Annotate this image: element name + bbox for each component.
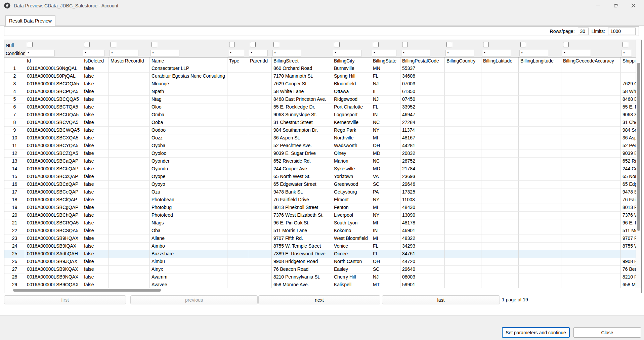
column-header-billinggeocodeaccuracy[interactable]: BillingGeocodeAccuracy: [561, 57, 621, 65]
null-filter-checkbox-billingcountry[interactable]: [446, 42, 452, 47]
table-row[interactable]: 220016A00000LSBCSQA5falseOba511 Morris L…: [4, 227, 636, 235]
table-row[interactable]: 210016A00000LSBCRQA5falseNtags96 E. Pin …: [4, 219, 636, 227]
close-icon[interactable]: [625, 0, 642, 11]
minimize-icon[interactable]: [590, 0, 607, 11]
null-filter-checkbox-id[interactable]: [27, 42, 33, 47]
table-row[interactable]: 50016A00000LSBCQQA5falseNtag8468 East Pr…: [4, 96, 636, 103]
column-header-isdeleted[interactable]: IsDeleted: [82, 57, 109, 65]
condition-filter-input-isdeleted[interactable]: [83, 50, 105, 56]
table-row[interactable]: 70016A00000LSBCUQA5falseOmba9063 Sunnysl…: [4, 111, 636, 119]
table-row[interactable]: 230016A00000LSB9HQAXfalseAilane9707 Fift…: [4, 235, 636, 243]
column-header-masterrecordid[interactable]: MasterRecordId: [109, 57, 150, 65]
column-header-parentid[interactable]: ParentId: [248, 57, 272, 65]
column-header-billinglatitude[interactable]: BillingLatitude: [481, 57, 519, 65]
condition-filter-input-billingcity[interactable]: [333, 50, 362, 56]
condition-filter-input-billingstreet[interactable]: [272, 50, 301, 56]
null-filter-checkbox-billingpostalcode[interactable]: [402, 42, 408, 47]
cell-name: Oba: [150, 227, 227, 235]
table-row[interactable]: 270016A00000LSB9KQAXfalseAinyx76 Beacon …: [4, 266, 636, 273]
column-header-billingpostalcode[interactable]: BillingPostalCode: [400, 57, 445, 65]
condition-filter-input-billingpostalcode[interactable]: [401, 50, 430, 56]
null-filter-checkbox-isdeleted[interactable]: [84, 42, 90, 47]
column-header-billingcountry[interactable]: BillingCountry: [445, 57, 481, 65]
null-filter-checkbox-type[interactable]: [229, 42, 235, 47]
table-row[interactable]: 10016A00000LS0NgQALfalseConsectetuer LLP…: [4, 65, 636, 73]
null-filter-checkbox-billingcity[interactable]: [334, 42, 340, 47]
vertical-scrollbar-thumb[interactable]: [637, 63, 640, 231]
next-page-button[interactable]: next: [258, 295, 380, 304]
table-row[interactable]: 170016A00000LSBCeQAPfalseOzu9478 Bank St…: [4, 188, 636, 196]
column-header-billingstate[interactable]: BillingState: [371, 57, 400, 65]
column-header-billingstreet[interactable]: BillingStreet: [272, 57, 332, 65]
table-row[interactable]: 90016A00000LSBCWQA5falseOodoo984 Southam…: [4, 127, 636, 134]
cell-parentid: [248, 150, 272, 158]
column-header-id[interactable]: Id: [25, 57, 82, 65]
cell-id: 0016A00000LSBCZQA5: [25, 150, 82, 158]
table-row[interactable]: 130016A00000LSBCaQAPfalseOyonder652 Rive…: [4, 158, 636, 165]
cell-rownum: 7: [4, 111, 25, 119]
table-row[interactable]: 160016A00000LSBCdQAPfalseOyoyo65 Edgewat…: [4, 181, 636, 188]
cell-masterrecordid: [109, 219, 150, 227]
rows-per-page-input[interactable]: [578, 28, 589, 35]
condition-filter-input-billinglatitude[interactable]: [482, 50, 511, 56]
condition-filter-input-type[interactable]: [228, 50, 244, 56]
table-row[interactable]: 190016A00000LSBCgQAPfalsePhotobug8013 Pi…: [4, 204, 636, 212]
condition-filter-input-billingstate[interactable]: [372, 50, 396, 56]
column-header-shippingstreet[interactable]: ShippingStreet: [621, 57, 636, 65]
last-page-button[interactable]: last: [382, 295, 500, 304]
first-page-button[interactable]: first: [4, 295, 126, 304]
table-row[interactable]: 150016A00000LSBCcQAPfalseOyope65 North W…: [4, 173, 636, 181]
condition-filter-input-billingcountry[interactable]: [445, 50, 474, 56]
horizontal-scrollbar-thumb[interactable]: [13, 289, 161, 292]
condition-filter-input-id[interactable]: [26, 50, 55, 56]
table-row[interactable]: 250016A00000LSAdhQAHfalseBuzzshare7389 E…: [4, 250, 636, 258]
vertical-scrollbar[interactable]: [636, 40, 641, 288]
null-filter-checkbox-shippingstreet[interactable]: [622, 42, 628, 47]
condition-filter-input-shippingstreet[interactable]: [621, 50, 632, 56]
column-header-billingcity[interactable]: BillingCity: [332, 57, 371, 65]
close-dialog-button[interactable]: Close: [573, 327, 641, 338]
null-filter-checkbox-billingstate[interactable]: [373, 42, 379, 47]
null-filter-checkbox-billinglatitude[interactable]: [483, 42, 489, 47]
null-filter-checkbox-parentid[interactable]: [250, 42, 256, 47]
horizontal-scrollbar[interactable]: [4, 288, 636, 293]
table-row[interactable]: 260016A00000LSB9JQAXfalseAimbu9908 Bridg…: [4, 258, 636, 266]
cell-id: 0016A00000LSBCOQA5: [25, 80, 82, 88]
cell-id: 0016A00000LSBCeQAP: [25, 188, 82, 196]
set-parameters-button[interactable]: Set parameters and continue: [502, 327, 570, 338]
cell-shippingstreet: 31 Chestnut Street: [621, 119, 636, 127]
table-row[interactable]: 80016A00000LSBCVQA5falseOoba31 Chestnut …: [4, 119, 636, 127]
table-row[interactable]: 280016A00000LSB9NQAXfalseAvamm8210 Penns…: [4, 273, 636, 281]
table-row[interactable]: 180016A00000LSBCfQAPfalsePhotobean76 Fai…: [4, 196, 636, 204]
null-filter-checkbox-masterrecordid[interactable]: [111, 42, 116, 47]
condition-filter-input-parentid[interactable]: [249, 50, 268, 56]
table-row[interactable]: 110016A00000LSBCYQA5falseOyoba52 Peachtr…: [4, 142, 636, 150]
tab-result-data-preview[interactable]: Result Data Preview: [5, 15, 55, 26]
null-filter-checkbox-name[interactable]: [152, 42, 157, 47]
table-row[interactable]: 30016A00000LSBCOQA5falseNlounge7629 Coop…: [4, 80, 636, 88]
table-row[interactable]: 40016A00000LSBCPQA5falseNpath58 White La…: [4, 88, 636, 96]
table-row[interactable]: 200016A00000LSBChQAPfalsePhotofeed7376 W…: [4, 212, 636, 219]
condition-filter-input-name[interactable]: [151, 50, 179, 56]
table-row[interactable]: 60016A00000LSBCTQA5falseOloo55 E. Rockle…: [4, 103, 636, 111]
table-row[interactable]: 240016A00000LSB9IQAXfalseAimbo8755 W. Te…: [4, 243, 636, 250]
table-row[interactable]: 140016A00000LSBCbQAPfalseOyondu244 Coope…: [4, 165, 636, 173]
null-filter-checkbox-billingstreet[interactable]: [273, 42, 279, 47]
table-row[interactable]: 20016A00000LS0PjQALfalseCurabitur Egesta…: [4, 73, 636, 80]
condition-filter-input-billinggeocodeaccuracy[interactable]: [562, 50, 591, 56]
table-row[interactable]: 120016A00000LSBCZQA5falseOyoloo9039 E. S…: [4, 150, 636, 158]
condition-filter-input-masterrecordid[interactable]: [110, 50, 138, 56]
column-header-billinglongitude[interactable]: BillingLongitude: [519, 57, 561, 65]
table-row[interactable]: 100016A00000LSBCXQA5falseOozz36 Aspen St…: [4, 134, 636, 142]
column-header-name[interactable]: Name: [150, 57, 227, 65]
titlebar: Data Preview: CData_JDBC_Salesforce - Ac…: [0, 0, 644, 11]
cell-type: [227, 165, 248, 173]
restore-icon[interactable]: [607, 0, 625, 11]
null-filter-checkbox-billinggeocodeaccuracy[interactable]: [563, 42, 569, 47]
column-header-type[interactable]: Type: [227, 57, 248, 65]
condition-filter-input-billinglongitude[interactable]: [519, 50, 548, 56]
previous-page-button[interactable]: previous: [130, 295, 258, 304]
cell-id: 0016A00000LSBCUQA5: [25, 111, 82, 119]
null-filter-checkbox-billinglongitude[interactable]: [520, 42, 526, 47]
limits-input[interactable]: [608, 28, 636, 35]
